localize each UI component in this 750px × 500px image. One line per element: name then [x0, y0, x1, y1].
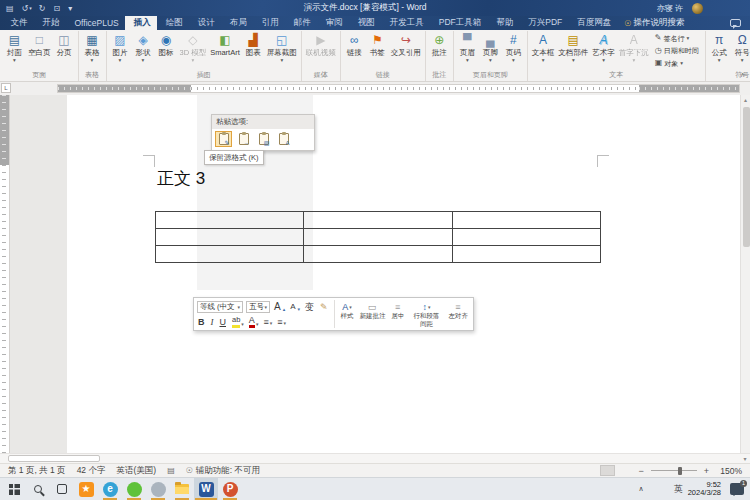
taskbar-item[interactable]: [26, 478, 50, 500]
table-cell[interactable]: [453, 229, 600, 245]
ribbon-tab[interactable]: 引用: [253, 16, 285, 30]
ribbon-button[interactable]: ▄ 页脚 ▾: [479, 32, 502, 70]
taskbar-item[interactable]: [170, 478, 194, 500]
ribbon-tab[interactable]: 开发工具: [381, 16, 430, 30]
comments-icon[interactable]: [730, 19, 741, 27]
mini-toolbar-button[interactable]: A ▾: [248, 315, 260, 328]
vertical-scrollbar[interactable]: ▴: [740, 95, 750, 453]
ribbon-tab[interactable]: 开始: [34, 16, 66, 30]
ribbon-button[interactable]: ⚑ 书签: [366, 32, 389, 70]
ribbon-tab[interactable]: 万兴PDF: [520, 16, 569, 30]
ribbon-button[interactable]: ∞ 链接: [343, 32, 366, 70]
taskbar-item[interactable]: ★: [74, 478, 98, 500]
mini-toolbar-labeled-button[interactable]: ≡ 左对齐: [447, 300, 471, 328]
table-cell[interactable]: [453, 246, 600, 262]
ribbon-button[interactable]: # 页码 ▾: [502, 32, 525, 70]
ribbon-button[interactable]: ▨ 图片 ▾: [109, 32, 132, 70]
ribbon-button[interactable]: A 首字下沉 ▾: [617, 32, 651, 70]
view-button[interactable]: [584, 465, 599, 476]
mini-toolbar-button[interactable]: 变: [304, 302, 316, 312]
horizontal-scrollbar-thumb[interactable]: [8, 455, 100, 462]
horizontal-scrollbar[interactable]: ▾: [0, 453, 750, 463]
mini-toolbar-labeled-button[interactable]: A ▾ 样式: [339, 300, 356, 328]
ribbon-tab[interactable]: 审阅: [317, 16, 349, 30]
taskbar-item[interactable]: [122, 478, 146, 500]
ribbon-button[interactable]: ▟ 图表: [242, 32, 265, 70]
vertical-ruler[interactable]: [0, 95, 10, 453]
ribbon-tab[interactable]: 文件: [2, 16, 34, 30]
ribbon-button[interactable]: ⊕ 批注: [428, 32, 451, 70]
ribbon-button[interactable]: ◫ 分页: [53, 32, 76, 70]
taskbar-item[interactable]: P: [218, 478, 242, 500]
mini-toolbar-labeled-button[interactable]: ↕ ▾ 行和段落间距: [409, 300, 445, 328]
ribbon-button[interactable]: ◉ 图标: [155, 32, 178, 70]
ribbon-button[interactable]: □ 空白页: [26, 32, 53, 70]
user-name[interactable]: 亦寝 许: [657, 3, 683, 14]
zoom-slider[interactable]: [651, 465, 697, 476]
ribbon-tab[interactable]: 绘图: [157, 16, 189, 30]
font-size-select[interactable]: 五号 ▾: [246, 301, 270, 313]
ribbon-button[interactable]: Ω 符号 ▾: [731, 32, 750, 70]
table-cell[interactable]: [304, 229, 452, 245]
taskbar-item[interactable]: [146, 478, 170, 500]
mini-toolbar-button[interactable]: ≡ ▾: [276, 317, 287, 327]
ribbon-button[interactable]: ▤ 文档部件 ▾: [556, 32, 590, 70]
mini-toolbar-button[interactable]: A: [273, 302, 286, 312]
view-button[interactable]: [600, 465, 615, 476]
mini-toolbar-button[interactable]: ab ▾: [231, 315, 245, 328]
taskbar-item[interactable]: [50, 478, 74, 500]
font-name-select[interactable]: 等线 (中文 ▾: [197, 301, 243, 313]
ribbon-button[interactable]: ▦ 表格 ▾: [81, 32, 104, 70]
zoom-level[interactable]: 150%: [716, 466, 742, 476]
taskbar-item[interactable]: [2, 478, 26, 500]
ribbon-tab[interactable]: 百度网盘: [569, 16, 618, 30]
quick-access-button[interactable]: ⊡: [53, 4, 61, 13]
ribbon-small-button[interactable]: ✎ 签名行 ▾: [653, 32, 703, 45]
ribbon-button[interactable]: ◧ SmartArt: [208, 32, 242, 70]
mini-toolbar-labeled-button[interactable]: ≡ 居中: [390, 300, 407, 328]
zoom-slider-thumb[interactable]: [678, 467, 682, 475]
table-cell[interactable]: [156, 212, 304, 228]
ribbon-small-button[interactable]: ▣ 对象 ▾: [653, 57, 703, 70]
input-language-indicator[interactable]: 英: [674, 483, 683, 496]
ribbon-tab[interactable]: PDF工具箱: [430, 16, 488, 30]
page-info[interactable]: 第 1 页, 共 1 页: [8, 465, 66, 477]
quick-access-button[interactable]: ↺ ▾: [22, 4, 32, 13]
ribbon-button[interactable]: ▶ 联机视频: [304, 32, 338, 70]
word-count[interactable]: 42 个字: [77, 465, 106, 477]
quick-access-button[interactable]: ↻: [39, 4, 47, 13]
user-avatar[interactable]: [692, 3, 703, 14]
taskbar-item[interactable]: W: [194, 478, 218, 500]
ribbon-tab[interactable]: 邮件: [285, 16, 317, 30]
table-cell[interactable]: [304, 246, 452, 262]
table-cell[interactable]: [156, 246, 304, 262]
paste-option-button[interactable]: ▨: [255, 131, 272, 147]
scroll-up-icon[interactable]: ▴: [741, 95, 750, 105]
ribbon-tab[interactable]: OfficePLUS: [66, 16, 125, 30]
ribbon-button[interactable]: ◈ 形状 ▾: [132, 32, 155, 70]
paste-option-button[interactable]: →: [235, 131, 252, 147]
zoom-out-button[interactable]: −: [636, 466, 645, 476]
mini-toolbar-button[interactable]: ≡ ▾: [262, 317, 273, 327]
mini-toolbar-button[interactable]: ✎: [319, 302, 330, 312]
scroll-down-icon[interactable]: ▾: [740, 454, 750, 463]
tray-expand-icon[interactable]: ∧: [639, 485, 644, 493]
ribbon-button[interactable]: ▤ 封面 ▾: [3, 32, 26, 70]
ribbon-tab[interactable]: 插入: [125, 16, 157, 30]
language-indicator[interactable]: 英语(美国): [116, 465, 156, 477]
quick-access-button[interactable]: ▤: [6, 4, 15, 13]
taskbar-item[interactable]: e: [98, 478, 122, 500]
ribbon-button[interactable]: ◇ 3D 模型 ▾: [178, 32, 209, 70]
ribbon-tab[interactable]: 设计: [189, 16, 221, 30]
proofing-errors-icon[interactable]: ▤: [167, 466, 175, 475]
mini-toolbar-button[interactable]: I: [210, 317, 216, 327]
zoom-in-button[interactable]: +: [702, 466, 711, 476]
collapse-ribbon-icon[interactable]: ∧: [740, 71, 745, 79]
mini-toolbar-button[interactable]: A: [289, 302, 301, 312]
paste-option-button[interactable]: ✎: [215, 131, 232, 147]
notification-center-icon[interactable]: 1: [730, 483, 744, 495]
table-cell[interactable]: [304, 212, 452, 228]
ribbon-button[interactable]: A 文本框 ▾: [530, 32, 557, 70]
view-button[interactable]: [616, 465, 631, 476]
vertical-scrollbar-thumb[interactable]: [743, 107, 750, 247]
